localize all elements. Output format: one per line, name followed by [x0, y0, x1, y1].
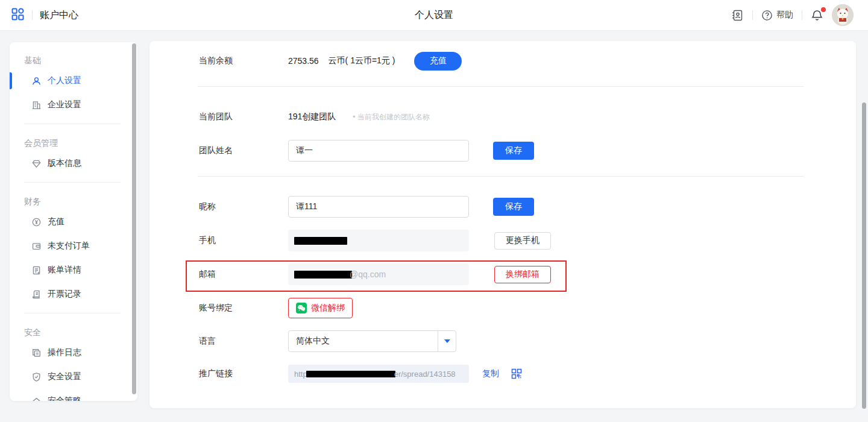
language-label: 语言 — [199, 336, 288, 347]
diamond-icon — [31, 159, 42, 169]
sidebar-divider — [24, 124, 121, 124]
current-team-row: 当前团队 191创建团队 • 当前我创建的团队名称 — [199, 106, 856, 128]
promo-link-row: 推广链接 httper/spread/143158 复制 — [199, 363, 856, 385]
sidebar-item-label: 未支付订单 — [48, 241, 90, 251]
sidebar-divider — [24, 182, 121, 183]
sidebar-item-security-settings[interactable]: 安全设置 — [10, 365, 137, 389]
sidebar-section-membership: 会员管理 — [24, 137, 137, 149]
sidebar-item-label: 个人设置 — [48, 75, 81, 86]
coin-icon — [31, 217, 42, 227]
current-team-label: 当前团队 — [199, 112, 288, 122]
active-indicator — [10, 72, 12, 89]
account-center-page: 账户中心 个人设置 帮助 — [0, 0, 868, 422]
current-team-value: 191创建团队 — [288, 112, 336, 122]
avatar[interactable] — [832, 4, 854, 26]
sidebar-section-finance: 财务 — [24, 195, 137, 207]
page-scrollbar[interactable] — [862, 102, 866, 409]
sidebar-item-label: 充值 — [48, 216, 64, 227]
contact-book-icon[interactable] — [731, 9, 744, 22]
nickname-row: 昵称 保存 — [199, 196, 856, 218]
wechat-unbind-button[interactable]: 微信解绑 — [288, 298, 353, 318]
qr-code-icon[interactable] — [511, 368, 522, 379]
sidebar-item-invoice-records[interactable]: 开票记录 — [10, 282, 137, 306]
sidebar-item-recharge[interactable]: 充值 — [10, 210, 137, 234]
redacted-promo-url — [306, 371, 395, 377]
recharge-button[interactable]: 充值 — [414, 52, 462, 71]
sidebar-item-label: 安全设置 — [48, 371, 81, 382]
apps-grid-icon[interactable] — [11, 7, 25, 23]
email-field: @qq.com — [288, 263, 469, 285]
sidebar-item-label: 企业设置 — [48, 99, 81, 110]
sidebar-scrollbar[interactable] — [132, 43, 136, 394]
section-divider — [198, 176, 804, 177]
sidebar-divider — [24, 313, 121, 313]
sidebar-item-label: 版本信息 — [48, 158, 81, 169]
account-binding-row: 账号绑定 微信解绑 — [199, 297, 856, 319]
chevron-down-icon — [438, 331, 456, 351]
phone-row: 手机 更换手机 — [199, 230, 856, 251]
language-select[interactable]: 简体中文 — [288, 330, 456, 352]
bell-icon[interactable] — [811, 9, 823, 22]
account-binding-label: 账号绑定 — [199, 303, 288, 313]
sidebar-section-basic: 基础 — [24, 54, 137, 66]
current-team-hint: • 当前我创建的团队名称 — [353, 112, 430, 122]
sidebar-item-enterprise-settings[interactable]: 企业设置 — [10, 93, 137, 117]
nickname-save-button[interactable]: 保存 — [493, 198, 534, 216]
email-suffix: @qq.com — [350, 269, 386, 279]
team-name-input[interactable] — [288, 140, 469, 162]
shield-icon — [31, 372, 42, 382]
building-icon — [31, 100, 42, 110]
phone-field — [288, 230, 469, 251]
promo-link-label: 推广链接 — [199, 368, 288, 379]
header-divider — [32, 10, 33, 20]
sidebar-item-personal-settings[interactable]: 个人设置 — [10, 69, 137, 93]
email-label: 邮箱 — [199, 269, 288, 280]
header-divider — [752, 10, 753, 20]
sidebar-item-label: 安全策略 — [48, 395, 81, 401]
nickname-label: 昵称 — [199, 201, 288, 212]
email-row: 邮箱 @qq.com 换绑邮箱 — [199, 263, 856, 285]
rebind-email-button[interactable]: 换绑邮箱 — [494, 266, 551, 283]
copy-link[interactable]: 复制 — [482, 368, 499, 379]
header-divider — [802, 10, 802, 20]
promo-url-prefix: http — [294, 370, 307, 379]
sidebar-item-version-info[interactable]: 版本信息 — [10, 151, 137, 175]
wallet-icon — [31, 241, 42, 251]
change-phone-button[interactable]: 更换手机 — [494, 232, 551, 250]
team-name-label: 团队姓名 — [199, 145, 288, 156]
help-button[interactable]: 帮助 — [761, 10, 793, 21]
help-label: 帮助 — [776, 10, 793, 20]
sidebar-section-security: 安全 — [24, 326, 137, 338]
bill-icon — [31, 265, 42, 276]
section-divider — [198, 86, 804, 87]
log-icon — [31, 348, 42, 358]
phone-label: 手机 — [199, 235, 288, 246]
sidebar: 基础 个人设置 企业设置 会员管理 — [10, 42, 137, 401]
promo-link-field: httper/spread/143158 — [288, 365, 469, 383]
promo-url-suffix: er/spread/143158 — [394, 370, 456, 379]
language-selected-value: 简体中文 — [289, 331, 438, 351]
redacted-phone-value — [294, 237, 347, 245]
sidebar-item-label: 账单详情 — [48, 265, 81, 276]
balance-value: 2753.56 — [288, 56, 319, 66]
sidebar-item-label: 开票记录 — [48, 289, 81, 300]
sidebar-item-operation-logs[interactable]: 操作日志 — [10, 341, 137, 365]
invoice-icon — [31, 289, 42, 300]
team-name-row: 团队姓名 保存 — [199, 140, 856, 162]
nickname-input[interactable] — [288, 196, 469, 218]
language-row: 语言 简体中文 — [199, 330, 856, 352]
policy-icon — [31, 396, 42, 402]
user-icon — [31, 76, 42, 86]
sidebar-item-label: 操作日志 — [48, 347, 81, 358]
balance-row: 当前余额 2753.56 云币( 1云币=1元 ) 充值 — [199, 50, 856, 72]
settings-panel: 当前余额 2753.56 云币( 1云币=1元 ) 充值 当前团队 191创建团… — [149, 41, 856, 408]
sidebar-item-security-policy[interactable]: 安全策略 — [10, 389, 137, 401]
sidebar-item-billing-details[interactable]: 账单详情 — [10, 258, 137, 282]
balance-unit: 云币( 1云币=1元 ) — [329, 55, 395, 66]
balance-label: 当前余额 — [199, 55, 288, 66]
sidebar-item-unpaid-orders[interactable]: 未支付订单 — [10, 234, 137, 258]
team-name-save-button[interactable]: 保存 — [493, 142, 534, 160]
wechat-icon — [296, 303, 307, 313]
redacted-email-value — [294, 271, 352, 279]
wechat-unbind-label: 微信解绑 — [311, 303, 345, 313]
